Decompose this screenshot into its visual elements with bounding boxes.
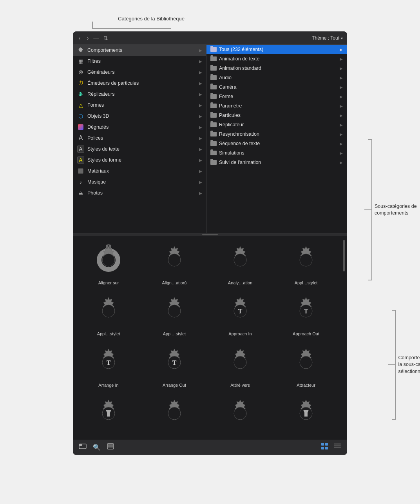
cat-item-filtres[interactable]: ▦ Filtres ▶ xyxy=(73,56,206,67)
subcat-chevron-forme: ▶ xyxy=(340,95,343,99)
behavior-item-b3[interactable] xyxy=(209,393,272,436)
cat-item-objets3d[interactable]: ⬡ Objets 3D ▶ xyxy=(73,111,206,122)
cat-chevron-objets3d: ▶ xyxy=(199,114,202,118)
behavior-label-attracteur: Attracteur xyxy=(297,382,315,388)
subcat-item-parametre[interactable]: Paramètre ▶ xyxy=(206,101,347,111)
bottom-toolbar-left: 🔍 xyxy=(79,443,114,451)
cat-item-replicateurs[interactable]: ❋ Réplicateurs ▶ xyxy=(73,89,206,100)
subcat-label-replicateur: Réplicateur xyxy=(219,122,244,127)
cat-item-styles-forme[interactable]: A Styles de forme ▶ xyxy=(73,155,206,166)
folder-icon-simulations xyxy=(210,151,217,155)
annotation-subcategories: Sous-catégories de comportements xyxy=(371,69,420,280)
behavior-label-analy-ation: Analy…ation xyxy=(228,280,252,286)
subcat-item-simulations[interactable]: Simulations ▶ xyxy=(206,148,347,158)
svg-rect-30 xyxy=(325,447,328,449)
subcat-item-camera[interactable]: Caméra ▶ xyxy=(206,82,347,92)
materiaux-icon xyxy=(77,167,84,175)
grid-view-button[interactable] xyxy=(321,442,329,452)
subcat-item-forme[interactable]: Forme ▶ xyxy=(206,92,347,101)
svg-text:T: T xyxy=(172,359,177,366)
cat-chevron-filtres: ▶ xyxy=(199,59,202,64)
folder-icon-audio xyxy=(210,75,217,80)
cat-label-emetteurs: Émetteurs de particules xyxy=(87,80,139,86)
subcat-chevron-tous: ▶ xyxy=(340,47,343,52)
back-button[interactable]: ‹ xyxy=(77,34,82,42)
behavior-item-appl-stylet2[interactable]: Appl…stylet xyxy=(77,291,140,339)
preview-button[interactable] xyxy=(107,443,114,451)
cat-item-degrades[interactable]: Dégradés ▶ xyxy=(73,122,206,133)
behavior-item-b4[interactable] xyxy=(275,393,337,436)
subcat-item-resynchronisation[interactable]: Resynchronisation ▶ xyxy=(206,129,347,139)
behavior-label-arrange-in: Arrange In xyxy=(98,382,118,388)
cat-chevron-emetteurs: ▶ xyxy=(199,81,202,86)
subcat-label-tous: Tous (232 éléments) xyxy=(219,47,263,52)
sort-button[interactable]: ⇅ xyxy=(102,34,110,42)
toolbar-separator: — xyxy=(93,35,99,41)
behavior-item-b2[interactable] xyxy=(143,393,206,436)
cat-item-polices[interactable]: A Polices ▶ xyxy=(73,133,206,144)
search-button[interactable]: 🔍 xyxy=(93,444,101,451)
behavior-item-approach-out[interactable]: T Approach Out xyxy=(275,291,337,339)
subcat-label-forme: Forme xyxy=(219,94,233,99)
behavior-item-appl-stylet3[interactable]: Appl…stylet xyxy=(143,291,206,339)
folder-icon-particules xyxy=(210,113,217,118)
subcat-label-parametre: Paramètre xyxy=(219,103,242,109)
behavior-item-arrange-in[interactable]: T Arrange In xyxy=(77,342,140,390)
subcat-label-animation-standard: Animation standard xyxy=(219,66,261,71)
behavior-item-analy-ation[interactable]: Analy…ation xyxy=(209,240,272,288)
cat-item-photos[interactable]: ⛰ Photos ▶ xyxy=(73,187,206,198)
subcat-item-suivi-animation[interactable]: Suivi de l'animation ▶ xyxy=(206,158,347,167)
grid-scrollbar[interactable] xyxy=(343,240,345,271)
behaviors-grid-area: Aligner sur Align…ation) xyxy=(73,236,347,440)
subcat-label-suivi-animation: Suivi de l'animation xyxy=(219,160,261,165)
behavior-item-align-ation[interactable]: Align…ation) xyxy=(143,240,206,288)
main-panel: ‹ › — ⇅ Thème : Tout ▾ xyxy=(73,31,347,455)
behavior-item-approach-in[interactable]: T Approach In xyxy=(209,291,272,339)
subcat-chevron-audio: ▶ xyxy=(340,76,343,80)
theme-arrow-icon: ▾ xyxy=(341,36,343,40)
forward-button[interactable]: › xyxy=(85,34,91,42)
theme-selector-area[interactable]: Thème : Tout ▾ xyxy=(312,35,343,41)
behavior-label-arrange-out: Arrange Out xyxy=(163,382,186,388)
subcat-item-animation-standard[interactable]: Animation standard ▶ xyxy=(206,64,347,73)
svg-rect-28 xyxy=(325,443,328,446)
list-view-button[interactable] xyxy=(333,443,341,452)
cat-item-musique[interactable]: ♪ Musique ▶ xyxy=(73,176,206,187)
behavior-item-b1[interactable] xyxy=(77,393,140,436)
subcat-chevron-suivi-animation: ▶ xyxy=(340,160,343,165)
cat-label-generateurs: Générateurs xyxy=(87,69,114,75)
cat-item-generateurs[interactable]: ⊗ Générateurs ▶ xyxy=(73,67,206,78)
folder-icon-camera xyxy=(210,85,217,89)
svg-point-2 xyxy=(168,254,181,266)
cat-label-musique: Musique xyxy=(87,179,106,185)
cat-item-emetteurs[interactable]: ⏱ Émetteurs de particules ▶ xyxy=(73,78,206,89)
svg-rect-33 xyxy=(334,448,341,448)
cat-item-materiaux[interactable]: Matériaux ▶ xyxy=(73,166,206,176)
cat-chevron-replicateurs: ▶ xyxy=(199,92,202,96)
behavior-item-attire-vers[interactable]: Attiré vers xyxy=(209,342,272,390)
cat-chevron-comportements: ▶ xyxy=(199,48,202,53)
behavior-item-aligner-sur[interactable]: Aligner sur xyxy=(77,240,140,288)
behavior-label-approach-in: Approach In xyxy=(228,331,252,337)
formes-icon: △ xyxy=(77,102,84,109)
emetteurs-icon: ⏱ xyxy=(77,80,84,87)
subcat-item-animation-texte[interactable]: Animation de texte ▶ xyxy=(206,54,347,64)
svg-text:T: T xyxy=(304,308,308,315)
cat-chevron-styles-forme: ▶ xyxy=(199,158,202,162)
cat-item-formes[interactable]: △ Formes ▶ xyxy=(73,100,206,111)
behavior-item-attracteur[interactable]: Attracteur xyxy=(275,342,337,390)
subcat-label-audio: Audio xyxy=(219,75,232,80)
subcat-item-tous[interactable]: Tous (232 éléments) ▶ xyxy=(206,45,347,54)
behavior-item-appl-stylet1[interactable]: Appl…stylet xyxy=(275,240,337,288)
cat-item-comportements[interactable]: Comportements ▶ xyxy=(73,45,206,56)
svg-point-3 xyxy=(234,254,246,266)
behavior-item-arrange-out[interactable]: T Arrange Out xyxy=(143,342,206,390)
add-to-library-button[interactable] xyxy=(79,443,87,451)
cat-item-styles-texte[interactable]: A Styles de texte ▶ xyxy=(73,144,206,155)
subcat-item-replicateur[interactable]: Réplicateur ▶ xyxy=(206,120,347,129)
subcat-item-particules[interactable]: Particules ▶ xyxy=(206,111,347,120)
subcat-chevron-simulations: ▶ xyxy=(340,151,343,155)
subcat-item-sequence-texte[interactable]: Séquence de texte ▶ xyxy=(206,139,347,148)
bottom-toolbar-right xyxy=(321,442,341,452)
subcat-item-audio[interactable]: Audio ▶ xyxy=(206,73,347,82)
